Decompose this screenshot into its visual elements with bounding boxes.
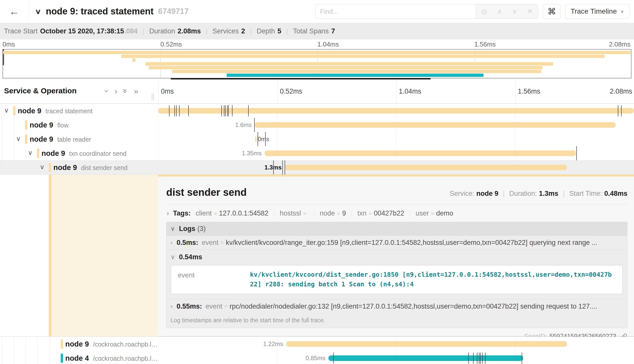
tags-row[interactable]: › Tags: client=127.0.0.1:54582hostssl=no… [166,204,627,222]
span-row[interactable]: ∨node 9txn coordinator send1.35ms [0,146,634,160]
back-button[interactable]: ← [0,0,29,23]
next-result-icon[interactable]: ∨ [512,8,517,15]
span-overview: Service:node 9|Duration:1.3ms|Start Time… [450,190,627,198]
span-row[interactable]: ∨node 9table reader0ms [0,132,634,146]
log-entry-toggle[interactable]: ∨ 0.54ms [171,250,623,264]
span-name-cell[interactable]: node 9/cockroach.roachpb.l… [0,337,158,351]
service-operation-header: Service & Operation [4,87,77,95]
chevron-down-icon[interactable]: ∨ [4,106,9,114]
summary-value: 2.08ms [178,27,201,35]
tree-guide-line [2,132,2,146]
span-color-chip [49,163,51,172]
log-tick-mark [188,105,189,116]
log-entry: › 0.55ms: event = rpc/nodedialer/nodedia… [166,299,627,313]
ruler-tick-label: 0ms [158,88,174,95]
locate-icon[interactable]: ◎ [481,8,487,15]
chevron-down-icon[interactable]: ∨ [40,163,45,171]
tree-guide-line [26,351,26,364]
timeline-gridline [515,132,515,146]
span-bar-cell[interactable]: 1.22ms [158,337,634,351]
span-bar-cell[interactable]: 1.3ms [158,161,634,174]
span-service-name[interactable]: node 9txn coordinator send [41,149,126,158]
span-duration-bar[interactable] [286,341,567,347]
equals-sign: = [369,210,372,217]
column-resize-grip[interactable] [152,94,155,100]
span-row[interactable]: node 9/cockroach.roachpb.l…1.22ms [0,337,634,351]
chevron-down-icon[interactable]: ∨ [16,135,21,143]
tag-separator [314,210,314,217]
span-bar-cell[interactable]: 0.85ms [158,351,634,364]
log-tick-mark [522,353,522,364]
span-bar-cell[interactable]: 1.6ms [158,118,634,132]
minimap-canvas[interactable] [3,49,631,78]
collapse-all-icon[interactable]: » [121,89,130,93]
tag-key: node [320,209,335,217]
overview-item: Start Time:0.48ms [569,190,627,198]
clear-search-icon[interactable]: ✕ [527,8,533,15]
timeline-gridline [158,132,158,146]
tag-separator [410,210,410,217]
span-name-cell[interactable]: ∨node 9dist sender send [0,161,158,174]
tag-value: 127.0.0.1:54582 [219,209,268,217]
log-tick-mark [482,353,483,364]
prev-result-icon[interactable]: ∧ [497,8,502,15]
span-service-name[interactable]: node 9/cockroach.roachpb.l… [65,340,158,348]
logs-header[interactable]: ∨ Logs (3) [166,222,627,235]
span-row[interactable]: node 9flow1.6ms [0,118,634,132]
span-service-name[interactable]: node 9dist sender send [53,163,128,172]
tags-list: client=127.0.0.1:54582hostssl=node=9txn=… [196,209,453,217]
span-duration-bar[interactable] [255,136,257,142]
view-select-button[interactable]: Trace Timeline ∨ [565,4,629,19]
span-bar-cell[interactable] [158,104,634,118]
span-color-chip [25,135,27,144]
span-name-cell[interactable]: ∨node 9table reader [0,132,158,146]
span-service-name[interactable]: node 9table reader [30,135,91,143]
span-duration-bar[interactable] [265,151,576,156]
span-color-chip [13,106,15,115]
log-tick-mark [221,105,222,116]
span-duration-bar[interactable] [158,108,634,114]
tags-label[interactable]: Tags: [173,209,191,217]
span-name-cell[interactable]: node 9flow [0,118,158,132]
span-service-name[interactable]: node 4/cockroach.roachpb.l… [65,354,158,362]
keyboard-shortcuts-button[interactable]: ⌘ [543,4,561,19]
span-duration-bar[interactable] [255,122,616,128]
expand-all-icon[interactable]: » [134,87,138,95]
span-row[interactable]: node 4/cockroach.roachpb.l…0.85ms [0,351,634,364]
logs-label: Logs [179,225,196,233]
span-row[interactable]: ∨node 9dist sender send1.3ms [0,160,634,175]
timeline-gridline [277,132,277,146]
span-name-cell[interactable]: ∨node 9txn coordinator send [0,146,158,160]
summary-value: 7 [331,27,335,35]
find-input[interactable] [315,4,476,18]
summary-value: 5 [278,27,281,35]
span-service-name[interactable]: node 9flow [30,121,69,129]
span-name-cell[interactable]: node 4/cockroach.roachpb.l… [0,351,158,364]
span-duration-bar[interactable] [285,165,567,170]
chevron-right-icon[interactable]: › [167,209,169,217]
tag-key: txn [357,209,367,217]
expand-one-icon[interactable]: › [115,87,117,95]
summary-separator: | [286,28,288,35]
span-name-cell[interactable]: ∨node 9traced statement [0,104,158,118]
span-service-name[interactable]: node 9traced statement [18,107,93,115]
log-entry: › 0.5ms: event = kv/kvclient/kvcoord/ran… [166,235,627,250]
chevron-down-icon[interactable]: ∨ [28,149,33,157]
summary-label: Trace Start [4,27,38,35]
span-row[interactable]: ∨node 9traced statement [0,104,634,118]
span-duration-bar[interactable] [328,355,523,361]
summary-label: Depth [257,27,275,35]
minimap-viewport-scrollbar[interactable] [171,78,431,79]
span-bar-cell[interactable]: 0ms [158,132,634,146]
log-entry-toggle[interactable]: › 0.5ms: event = kv/kvclient/kvcoord/ran… [171,235,623,250]
command-icon: ⌘ [547,6,556,16]
minimap-tick-label: 0.52ms [160,40,182,48]
log-tick-mark [273,160,274,175]
collapse-one-icon[interactable]: › [103,90,111,93]
span-bar-cell[interactable]: 1.35ms [158,146,634,160]
chevron-down-icon[interactable]: ∨ [35,7,41,15]
log-time: 0.5ms: [177,239,198,247]
tag-value: 00427b22 [374,209,404,217]
log-key: event [206,303,222,310]
log-entry-toggle[interactable]: › 0.55ms: event = rpc/nodedialer/nodedia… [171,299,623,313]
